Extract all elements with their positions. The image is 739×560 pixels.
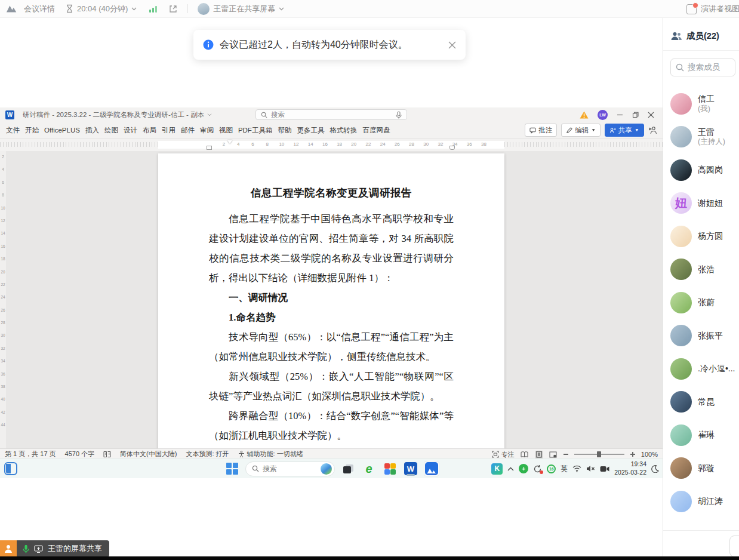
word-count[interactable]: 4570 个字 bbox=[65, 450, 95, 459]
ribbon-tab[interactable]: PDF工具箱 bbox=[238, 126, 273, 135]
share-button[interactable]: 共享 ▼ bbox=[605, 124, 644, 137]
web-layout-icon[interactable] bbox=[549, 451, 558, 459]
document-canvas[interactable]: 2 4 6 8 10 12 14 16 18 20 22 24 26 28 30… bbox=[0, 151, 663, 448]
screen-record-icon[interactable] bbox=[600, 466, 609, 472]
minimize-icon[interactable] bbox=[617, 112, 623, 118]
zoom-in-icon[interactable] bbox=[630, 452, 635, 457]
ribbon-tab[interactable]: 布局 bbox=[143, 126, 156, 135]
zoom-out-icon[interactable] bbox=[564, 454, 568, 455]
ribbon-tab[interactable]: OfficePLUS bbox=[44, 127, 80, 134]
close-icon[interactable] bbox=[648, 112, 654, 118]
member-list-item[interactable]: 常昆 bbox=[663, 386, 739, 419]
zoom-slider-thumb[interactable] bbox=[597, 451, 601, 457]
text-prediction[interactable]: 文本预测: 打开 bbox=[186, 450, 229, 459]
member-search-box[interactable]: 搜索成员 bbox=[670, 59, 735, 76]
proofing-icon[interactable] bbox=[103, 451, 111, 458]
ribbon-tab[interactable]: 格式转换 bbox=[330, 126, 357, 135]
member-list-item[interactable]: 王雷 (主持人) bbox=[663, 121, 739, 154]
page-indicator[interactable]: 第 1 页，共 17 页 bbox=[5, 450, 56, 459]
zoom-slider[interactable] bbox=[574, 454, 624, 455]
comment-label: 批注 bbox=[538, 126, 552, 135]
ruler-number: 36 bbox=[462, 141, 476, 147]
member-list-item[interactable]: 高园岗 bbox=[663, 153, 739, 187]
antivirus-tray-icon[interactable]: + bbox=[519, 464, 528, 473]
start-button[interactable] bbox=[224, 461, 240, 476]
account-avatar[interactable]: LW bbox=[598, 110, 608, 120]
ribbon-tab[interactable]: 文件 bbox=[6, 126, 20, 135]
first-line-indent-marker[interactable] bbox=[227, 140, 232, 144]
panel-action-button[interactable] bbox=[729, 536, 739, 557]
ribbon-tab[interactable]: 邮件 bbox=[181, 126, 195, 135]
close-icon[interactable] bbox=[448, 41, 456, 49]
presenter-tile[interactable] bbox=[0, 540, 17, 557]
member-list-item[interactable]: 胡江涛 bbox=[663, 485, 739, 518]
word-taskbar-button[interactable]: W bbox=[403, 461, 418, 476]
ime-indicator[interactable]: 英 bbox=[561, 464, 568, 474]
wifi-icon[interactable] bbox=[572, 465, 581, 472]
meeting-taskbar-button[interactable] bbox=[424, 461, 439, 476]
assistant-icon[interactable] bbox=[648, 126, 657, 134]
tray-clock[interactable]: 19:34 2025-03-22 bbox=[614, 460, 646, 476]
pencil-icon bbox=[566, 127, 572, 134]
widgets-icon[interactable] bbox=[4, 461, 18, 476]
ruler-number: 26 bbox=[390, 141, 404, 147]
meeting-detail-button[interactable]: 会议详情 bbox=[24, 4, 55, 14]
moon-icon[interactable] bbox=[651, 465, 659, 473]
member-list-item[interactable]: .冷小逗•... bbox=[663, 352, 739, 386]
ribbon-tab[interactable]: 插入 bbox=[85, 126, 99, 135]
edit-mode-button[interactable]: 编辑 ▼ bbox=[561, 124, 601, 137]
restore-icon[interactable] bbox=[632, 112, 639, 118]
accessibility-status[interactable]: 辅助功能: 一切就绪 bbox=[238, 450, 303, 459]
gallery-app-button[interactable] bbox=[382, 461, 398, 476]
task-view-button[interactable] bbox=[340, 461, 356, 476]
print-layout-icon[interactable] bbox=[535, 451, 543, 459]
taskbar-search[interactable]: 搜索 bbox=[245, 461, 335, 476]
word-search-box[interactable]: 搜索 bbox=[255, 109, 407, 120]
ribbon-tab[interactable]: 引用 bbox=[162, 126, 175, 135]
ribbon-tab[interactable]: 开始 bbox=[25, 126, 39, 135]
horizontal-ruler[interactable]: 2 4 6 8 10 12 14 16 18 20 22 24 26 28 30… bbox=[0, 139, 663, 151]
share-indicator-bar[interactable]: 王雷的屏幕共享 bbox=[17, 540, 109, 557]
read-mode-icon[interactable] bbox=[521, 451, 529, 459]
ribbon-tab[interactable]: 帮助 bbox=[278, 126, 291, 135]
left-indent-marker[interactable] bbox=[207, 146, 212, 150]
member-list-item[interactable]: 郭璇 bbox=[663, 452, 739, 485]
document-body: 信息工程学院基于中国特色高水平高职学校和专业建设计划建设单位的官网、招生简章等，… bbox=[209, 209, 454, 448]
ribbon-tab[interactable]: 绘图 bbox=[104, 126, 118, 135]
volume-muted-icon[interactable] bbox=[586, 465, 595, 472]
k-app-tray-icon[interactable]: K bbox=[491, 463, 503, 475]
ribbon-tab[interactable]: 视图 bbox=[219, 126, 233, 135]
member-list-item[interactable]: 张浩 bbox=[663, 253, 739, 287]
comment-button[interactable]: 批注 bbox=[525, 124, 557, 137]
ribbon-tab[interactable]: 更多工具 bbox=[297, 126, 324, 135]
green-ring-tray-icon[interactable]: 16 bbox=[547, 464, 556, 473]
ie-browser-button[interactable]: e bbox=[361, 461, 377, 476]
member-list-item[interactable]: 张蔚 bbox=[663, 286, 739, 319]
pop-out-icon[interactable] bbox=[168, 4, 178, 14]
ruler-number: 10 bbox=[275, 141, 289, 147]
member-list-item[interactable]: 信工 (我) bbox=[663, 87, 739, 121]
meeting-timer[interactable]: 20:04 (40分钟) bbox=[66, 4, 137, 14]
sync-tray-icon[interactable] bbox=[533, 464, 542, 473]
zoom-level[interactable]: 100% bbox=[641, 451, 658, 458]
ribbon-tab[interactable]: 审阅 bbox=[200, 126, 214, 135]
right-indent-marker[interactable] bbox=[449, 146, 455, 150]
member-list-item[interactable]: 妞 谢妞妞 bbox=[663, 187, 739, 220]
sharer-status[interactable]: 王雷正在共享屏幕 bbox=[198, 3, 284, 15]
warning-icon[interactable] bbox=[580, 111, 589, 119]
ribbon-tab[interactable]: 百度网盘 bbox=[362, 126, 390, 135]
ribbon-tab[interactable]: 设计 bbox=[124, 126, 137, 135]
network-signal-icon[interactable] bbox=[149, 5, 158, 13]
member-meta: 崔琳 bbox=[698, 430, 715, 441]
speaker-view-button[interactable]: 演讲者视图 bbox=[686, 0, 739, 18]
document-page[interactable]: 信息工程学院名称变更及调研报告 信息工程学院基于中国特色高水平高职学校和专业建设… bbox=[158, 153, 504, 448]
member-list-item[interactable]: 崔琳 bbox=[663, 419, 739, 452]
focus-mode-button[interactable]: 专注 bbox=[492, 450, 515, 459]
ruler-number: 28 bbox=[404, 141, 418, 147]
tray-chevron-up-icon[interactable] bbox=[507, 467, 514, 471]
member-list-item[interactable]: 张振平 bbox=[663, 319, 739, 353]
mic-icon[interactable] bbox=[396, 111, 402, 119]
tray-date: 2025-03-22 bbox=[614, 469, 646, 477]
language-indicator[interactable]: 简体中文(中国大陆) bbox=[120, 450, 177, 459]
member-list-item[interactable]: 杨方圆 bbox=[663, 220, 739, 253]
